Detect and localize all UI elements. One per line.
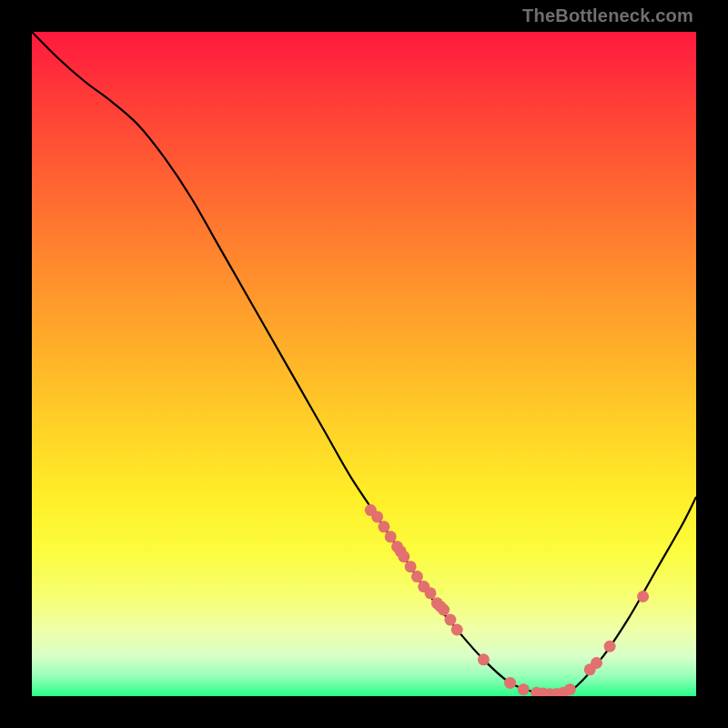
watermark-text: TheBottleneck.com: [522, 5, 693, 26]
data-marker: [371, 511, 383, 522]
data-marker: [411, 571, 423, 582]
data-marker: [451, 624, 463, 636]
data-marker: [504, 677, 516, 689]
data-marker: [438, 604, 450, 616]
data-marker: [385, 531, 397, 542]
chart-background: [32, 32, 696, 696]
data-marker: [591, 657, 602, 669]
data-marker: [637, 591, 649, 602]
chart-svg: [32, 32, 696, 696]
data-marker: [378, 521, 389, 532]
data-marker: [604, 641, 616, 652]
data-marker: [444, 614, 456, 626]
bottleneck-chart: [32, 32, 696, 696]
data-marker: [564, 683, 576, 695]
data-marker: [425, 587, 437, 599]
data-marker: [405, 561, 417, 572]
data-marker: [398, 551, 410, 562]
data-marker: [518, 683, 530, 695]
data-marker: [478, 653, 490, 665]
